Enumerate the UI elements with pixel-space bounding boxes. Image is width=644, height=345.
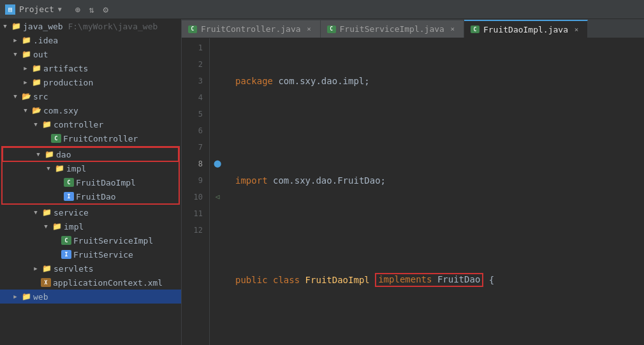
title-bar-actions: ⊕ ⇅ ⚙ <box>72 4 112 15</box>
fruit-controller-class-icon: C <box>51 134 61 143</box>
line-numbers: 1 2 3 4 5 6 7 8 9 10 11 12 <box>182 38 210 345</box>
code-line-5: public class FruitDaoImpl implements Fru… <box>235 272 644 288</box>
project-dropdown-arrow[interactable]: ▼ <box>58 6 62 13</box>
gutter-9 <box>210 172 225 189</box>
fruit-controller-label: FruitController <box>63 134 138 143</box>
sidebar-item-servlets[interactable]: ▶ 📁 servlets <box>0 261 181 275</box>
code-line-1: package com.sxy.dao.impl; <box>235 73 644 89</box>
sidebar-item-src[interactable]: ▼ 📂 src <box>0 89 181 103</box>
sidebar-item-out[interactable]: ▼ 📁 out <box>0 47 181 61</box>
artifacts-label: artifacts <box>43 64 88 73</box>
fruit-dao-label: FruitDao <box>76 192 116 202</box>
sidebar-item-fruit-service-impl[interactable]: ▶ C FruitServiceImpl <box>0 233 181 247</box>
code-line-4 <box>235 222 644 239</box>
web-label: web <box>33 292 48 302</box>
sidebar-item-com-sxy[interactable]: ▼ 📂 com.sxy <box>0 103 181 117</box>
com-sxy-icon: 📂 <box>31 105 42 115</box>
sidebar-item-controller[interactable]: ▼ 📁 controller <box>0 117 181 131</box>
out-arrow: ▼ <box>10 51 20 57</box>
tab-fruit-controller[interactable]: C FruitController.java × <box>182 20 321 38</box>
idea-arrow: ▶ <box>10 37 20 43</box>
impl-service-label: impl <box>64 222 84 231</box>
web-folder-icon: 📁 <box>20 291 32 302</box>
out-folder-icon: 📁 <box>20 49 32 59</box>
tab-fruit-service-impl-close[interactable]: × <box>448 25 457 34</box>
tab-fruit-controller-label: FruitController.java <box>201 24 301 34</box>
gutter-1 <box>210 40 225 56</box>
line-num-12: 12 <box>182 222 203 239</box>
idea-label: .idea <box>33 36 58 45</box>
sidebar-item-root[interactable]: ▼ 📁 java_web F:\myWork\java_web <box>0 19 181 33</box>
artifacts-arrow: ▶ <box>20 65 31 71</box>
service-folder-icon: 📁 <box>41 207 52 217</box>
gutter-7 <box>210 139 225 156</box>
gutter-3 <box>210 73 225 89</box>
servlets-arrow: ▶ <box>31 265 41 272</box>
line-num-8: 8 <box>182 156 203 172</box>
gutter-8: ⬤ <box>210 156 225 172</box>
com-sxy-arrow: ▼ <box>20 107 31 114</box>
tab-fruit-service-impl-label: FruitServiceImpl.java <box>340 24 444 34</box>
tab-fruit-dao-impl-icon: C <box>471 26 479 33</box>
app-context-label: applicationContext.xml <box>53 278 163 288</box>
sidebar-item-artifacts[interactable]: ▶ 📁 artifacts <box>0 61 181 75</box>
sidebar-item-production[interactable]: ▶ 📁 production <box>0 75 181 89</box>
gutter-5 <box>210 106 225 122</box>
sidebar-item-fruit-controller[interactable]: ▶ C FruitController <box>0 131 181 145</box>
fruit-service-impl-label: FruitServiceImpl <box>73 236 153 246</box>
sidebar-item-web[interactable]: ▶ 📁 web <box>0 290 181 304</box>
code-content[interactable]: package com.sxy.dao.impl; import com.sxy… <box>225 38 644 345</box>
gutter-6 <box>210 122 225 139</box>
com-sxy-label: com.sxy <box>43 106 78 115</box>
code-line-2 <box>235 122 644 139</box>
gutter-11 <box>210 205 225 222</box>
gutter-10: ◁ <box>210 189 225 205</box>
line-num-5: 5 <box>182 106 203 122</box>
tab-fruit-dao-impl[interactable]: C FruitDaoImpl.java × <box>464 20 588 38</box>
sidebar-item-fruit-dao-impl[interactable]: ▶ C FruitDaoImpl <box>3 175 179 189</box>
code-editor[interactable]: 1 2 3 4 5 6 7 8 9 10 11 12 <box>182 38 644 345</box>
service-arrow: ▼ <box>31 209 41 216</box>
line-num-11: 11 <box>182 205 203 222</box>
tab-fruit-controller-close[interactable]: × <box>305 25 314 34</box>
sidebar-item-impl-dao[interactable]: ▼ 📁 impl <box>3 161 179 175</box>
title-bar: ▤ Project ▼ ⊕ ⇅ ⚙ <box>0 0 644 19</box>
settings-icon[interactable]: ⚙ <box>100 4 112 15</box>
sidebar-item-dao[interactable]: ▼ 📁 dao <box>3 147 179 161</box>
fruit-dao-impl-label: FruitDaoImpl <box>76 178 136 187</box>
tab-fruit-dao-impl-close[interactable]: × <box>572 25 581 34</box>
controller-folder-icon: 📁 <box>41 119 52 129</box>
arrows-icon[interactable]: ⇅ <box>86 4 98 15</box>
tab-fruit-service-impl-icon: C <box>327 26 336 33</box>
controller-label: controller <box>54 120 103 129</box>
sidebar-item-fruit-service[interactable]: ▶ I FruitService <box>0 247 181 261</box>
artifacts-folder-icon: 📁 <box>31 63 42 73</box>
tab-fruit-service-impl[interactable]: C FruitServiceImpl.java × <box>321 20 464 38</box>
sidebar-item-impl-service[interactable]: ▼ 📁 impl <box>0 219 181 233</box>
sidebar-item-app-context[interactable]: ▶ X applicationContext.xml <box>0 275 181 290</box>
src-arrow: ▼ <box>10 93 20 99</box>
root-label: java_web F:\myWork\java_web <box>23 22 157 31</box>
web-arrow: ▶ <box>10 293 20 300</box>
sidebar-item-fruit-dao[interactable]: ▶ I FruitDao <box>3 189 179 203</box>
service-label: service <box>54 208 89 217</box>
highlight-implements: implements FruitDao <box>375 273 483 286</box>
layout-icon[interactable]: ⊕ <box>72 4 84 15</box>
sidebar-item-service[interactable]: ▼ 📁 service <box>0 205 181 219</box>
gutter: ⬤ ◁ <box>210 38 225 345</box>
fruit-service-label: FruitService <box>73 250 133 260</box>
impl-service-icon: 📁 <box>51 221 62 231</box>
fruit-dao-interface-icon: I <box>64 192 74 201</box>
title-bar-left: ▤ Project ▼ <box>5 4 62 15</box>
impl-service-arrow: ▼ <box>41 223 51 230</box>
root-arrow: ▼ <box>0 23 10 29</box>
dao-label: dao <box>56 150 71 159</box>
fruit-service-impl-icon: C <box>61 236 71 245</box>
production-label: production <box>43 78 93 87</box>
code-line-6 <box>235 321 644 338</box>
app-context-xml-icon: X <box>41 278 51 287</box>
sidebar-item-idea[interactable]: ▶ 📁 .idea <box>0 33 181 47</box>
impl-dao-label: impl <box>66 164 86 173</box>
controller-arrow: ▼ <box>31 121 41 128</box>
editor-area: C FruitController.java × C FruitServiceI… <box>182 19 644 345</box>
